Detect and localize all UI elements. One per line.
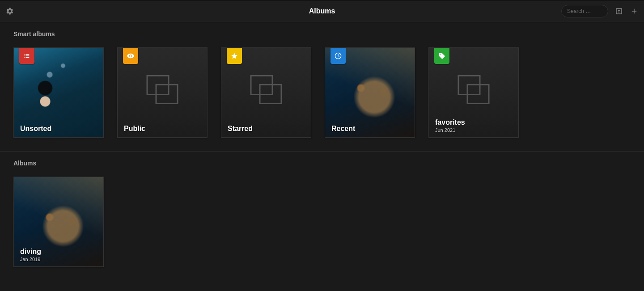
album-title: Unsorted [20,125,97,133]
add-button[interactable] [630,7,639,16]
svg-rect-1 [156,84,178,103]
empty-placeholder-icon [250,75,282,104]
badge-public [123,48,138,64]
album-title-wrap: Unsorted [20,125,97,133]
star-icon [231,52,238,59]
page-title: Albums [309,7,335,15]
album-title: Public [124,125,201,133]
album-subtitle: Jan 2019 [20,257,97,262]
svg-rect-4 [458,76,480,94]
svg-rect-5 [467,84,489,103]
empty-placeholder-icon [458,75,490,104]
album-starred[interactable]: Starred [221,47,311,138]
list-icon [23,52,30,59]
app-header: Albums [0,0,644,22]
badge-starred [227,48,242,64]
clock-icon [335,52,342,59]
albums-heading: Albums [0,160,644,177]
album-title-wrap: favorites Jun 2021 [435,118,512,133]
header-left [5,7,95,16]
header-right [561,5,639,17]
smart-albums-grid: Unsorted Public Starred [0,47,644,138]
empty-placeholder-icon [146,75,178,104]
album-unsorted[interactable]: Unsorted [13,47,104,138]
album-title-wrap: Recent [331,125,408,133]
album-subtitle: Jun 2021 [435,127,512,133]
gear-icon [6,7,14,15]
settings-button[interactable] [5,7,14,16]
album-public[interactable]: Public [117,47,208,138]
album-title: diving [20,248,97,256]
smart-albums-section: Smart albums Unsorted Public [0,22,644,138]
album-title-wrap: diving Jan 2019 [20,248,97,262]
svg-rect-0 [147,76,169,94]
albums-section: Albums diving Jan 2019 [0,152,644,267]
album-title-wrap: Starred [228,125,305,133]
badge-favorites [434,48,449,64]
album-diving[interactable]: diving Jan 2019 [13,177,104,267]
badge-unsorted [19,48,34,64]
tag-icon [438,52,445,59]
smart-albums-heading: Smart albums [0,30,644,47]
plus-icon [630,7,638,15]
badge-recent [330,48,346,64]
import-icon [615,7,623,15]
album-recent[interactable]: Recent [325,47,415,138]
svg-rect-2 [251,76,272,94]
import-button[interactable] [614,7,623,16]
album-title: Starred [228,125,305,133]
album-title: Recent [331,125,408,133]
album-title-wrap: Public [124,125,201,133]
album-favorites[interactable]: favorites Jun 2021 [428,47,519,138]
search-input[interactable] [561,5,608,17]
svg-rect-3 [260,84,281,103]
album-title: favorites [435,118,512,127]
eye-icon [127,52,135,60]
albums-grid: diving Jan 2019 [0,177,644,267]
